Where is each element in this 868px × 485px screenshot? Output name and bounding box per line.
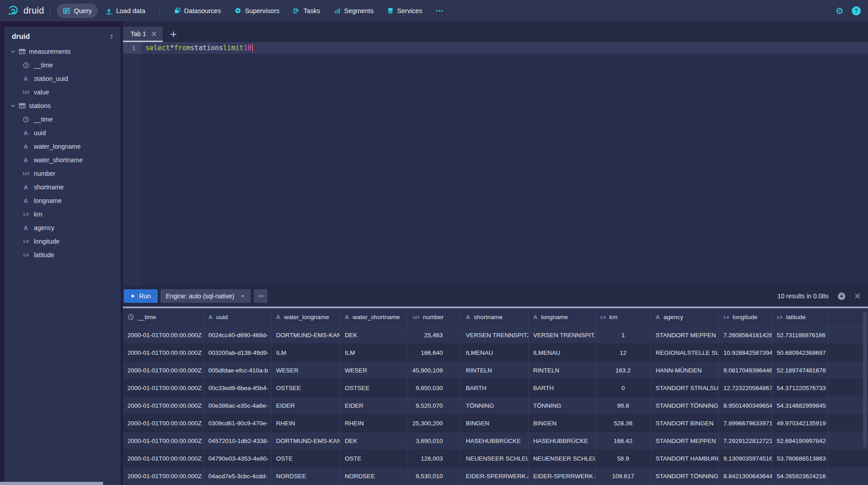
cell-longname[interactable]: EIDER-SPERRWERK AP bbox=[529, 467, 596, 485]
cell-latitude[interactable]: 52.694190997842 bbox=[772, 432, 828, 449]
nav-item-tasks[interactable]: Tasks bbox=[287, 4, 326, 18]
cell-time[interactable]: 2000-01-01T00:00:00.000Z bbox=[123, 449, 204, 467]
tree-column-time[interactable]: __time bbox=[5, 113, 121, 126]
vertical-scrollbar[interactable] bbox=[863, 312, 867, 447]
column-header-longname[interactable]: A longname bbox=[529, 308, 596, 326]
cell-agency[interactable]: STANDORT TÖNNING bbox=[651, 396, 719, 414]
cell-shortname[interactable]: ILMENAU bbox=[461, 344, 529, 361]
cell-water-longname[interactable]: DORTMUND-EMS-KANAL bbox=[272, 432, 340, 449]
cell-time[interactable]: 2000-01-01T00:00:00.000Z bbox=[123, 414, 204, 432]
cell-number[interactable]: 25,300,200 bbox=[408, 414, 461, 432]
cell-shortname[interactable]: VERSEN TRENNSPITZE bbox=[461, 326, 529, 344]
cell-water-shortname[interactable]: WESER bbox=[340, 361, 408, 379]
cell-shortname[interactable]: NEUENSEER SCHLEUS bbox=[461, 449, 529, 467]
cell-agency[interactable]: STANDORT BINGEN bbox=[651, 414, 719, 432]
tree-column-uuid[interactable]: A uuid bbox=[5, 126, 121, 140]
cell-shortname[interactable]: HASEHUBBRÜCKE bbox=[461, 432, 529, 449]
nav-item-datasources[interactable]: Datasources bbox=[168, 4, 227, 18]
cell-uuid[interactable]: 0309cd61-90c9-470e- bbox=[204, 414, 272, 432]
horizontal-scrollbar[interactable] bbox=[0, 482, 103, 485]
cell-uuid[interactable]: 0024cc40-d690-468d- bbox=[204, 326, 272, 344]
cell-latitude[interactable]: 52.189747481678 bbox=[772, 361, 828, 379]
cell-water-shortname[interactable]: DEK bbox=[340, 326, 408, 344]
gear-icon[interactable]: ⚙ bbox=[835, 6, 844, 15]
column-header-uuid[interactable]: A uuid bbox=[204, 308, 272, 326]
cell-time[interactable]: 2000-01-01T00:00:00.000Z bbox=[123, 361, 204, 379]
cell-uuid[interactable]: 04572010-1db2-4338- bbox=[204, 432, 272, 449]
cell-uuid[interactable]: 003200ab-d138-49d9- bbox=[204, 344, 272, 361]
cell-water-longname[interactable]: RHEIN bbox=[272, 414, 340, 432]
cell-longname[interactable]: NEUENSEER SCHLEUS bbox=[529, 449, 596, 467]
cell-agency[interactable]: STANDORT TÖNNING bbox=[651, 467, 719, 485]
tree-column-number[interactable]: 123 number bbox=[5, 167, 121, 180]
nav-item-segments[interactable]: Segments bbox=[328, 4, 380, 18]
cell-longname[interactable]: BINGEN bbox=[529, 414, 596, 432]
cell-longname[interactable]: TÖNNING bbox=[529, 396, 596, 414]
cell-agency[interactable]: STANDORT MEPPEN bbox=[651, 432, 719, 449]
cell-water-longname[interactable]: DORTMUND-EMS-KANAL bbox=[272, 326, 340, 344]
cell-shortname[interactable]: TÖNNING bbox=[461, 396, 529, 414]
cell-number[interactable]: 9,650,030 bbox=[408, 379, 461, 396]
cell-number[interactable]: 9,530,010 bbox=[408, 467, 461, 485]
cell-agency[interactable]: STANDORT STRALSUN bbox=[651, 379, 719, 396]
column-header-water-shortname[interactable]: A water_shortname bbox=[340, 308, 408, 326]
close-results-icon[interactable] bbox=[854, 293, 861, 299]
cell-shortname[interactable]: BARTH bbox=[461, 379, 529, 396]
query-more-button[interactable] bbox=[254, 289, 267, 303]
tree-column-water-longname[interactable]: A water_longname bbox=[5, 140, 121, 153]
nav-item-load-data[interactable]: Load data bbox=[99, 4, 151, 18]
cell-longitude[interactable]: 12.723220564867 bbox=[719, 379, 772, 396]
cell-number[interactable]: 166,640 bbox=[408, 344, 461, 361]
column-header-km[interactable]: 1.0 km bbox=[596, 308, 651, 326]
cell-shortname[interactable]: RINTELN bbox=[461, 361, 529, 379]
cell-water-longname[interactable]: WESER bbox=[272, 361, 340, 379]
download-results-icon[interactable] bbox=[837, 292, 846, 301]
tree-node-stations[interactable]: stations bbox=[5, 99, 121, 113]
cell-longname[interactable]: HASEHUBBRÜCKE bbox=[529, 432, 596, 449]
cell-water-shortname[interactable]: NORDSEE bbox=[340, 467, 408, 485]
cell-longitude[interactable]: 7.2929122812721 bbox=[719, 432, 772, 449]
engine-select[interactable]: Engine: auto (sql-native) bbox=[160, 289, 251, 303]
run-button[interactable]: Run bbox=[124, 289, 158, 303]
column-header-shortname[interactable]: A shortname bbox=[461, 308, 529, 326]
cell-number[interactable]: 45,900,109 bbox=[408, 361, 461, 379]
nav-item-supervisors[interactable]: Supervisors bbox=[229, 4, 286, 18]
cell-latitude[interactable]: 49.970342135919 bbox=[772, 414, 828, 432]
cell-km[interactable]: 12 bbox=[596, 344, 651, 361]
cell-latitude[interactable]: 53.780686513863 bbox=[772, 449, 828, 467]
tree-column-latitude[interactable]: 1.0 latitude bbox=[5, 248, 121, 262]
cell-longname[interactable]: RINTELN bbox=[529, 361, 596, 379]
column-header-longitude[interactable]: 1.0 longitude bbox=[719, 308, 772, 326]
cell-number[interactable]: 25,463 bbox=[408, 326, 461, 344]
cell-time[interactable]: 2000-01-01T00:00:00.000Z bbox=[123, 344, 204, 361]
cell-latitude[interactable]: 54.265923624216 bbox=[772, 467, 828, 485]
cell-time[interactable]: 2000-01-01T00:00:00.000Z bbox=[123, 467, 204, 485]
tree-column-station-uuid[interactable]: A station_uuid bbox=[5, 72, 121, 85]
cell-longitude[interactable]: 9.0817049396446 bbox=[719, 361, 772, 379]
cell-agency[interactable]: REGIONALSTELLE SUH bbox=[651, 344, 719, 361]
cell-longitude[interactable]: 10.928842587394 bbox=[719, 344, 772, 361]
cell-uuid[interactable]: 04790e03-4353-4e80- bbox=[204, 449, 272, 467]
cell-uuid[interactable]: 04acd7e5-3cbc-4cdd- bbox=[204, 467, 272, 485]
tree-column-time[interactable]: __time bbox=[5, 58, 121, 72]
help-icon[interactable]: ? bbox=[852, 6, 861, 15]
cell-agency[interactable]: STANDORT HAMBURG bbox=[651, 449, 719, 467]
cell-km[interactable]: 1 bbox=[596, 326, 651, 344]
cell-water-longname[interactable]: EIDER bbox=[272, 396, 340, 414]
cell-longitude[interactable]: 7.8996679633971 bbox=[719, 414, 772, 432]
tree-column-longname[interactable]: A longname bbox=[5, 194, 121, 207]
nav-item-services[interactable]: Services bbox=[381, 4, 428, 18]
cell-longname[interactable]: ILMENAU bbox=[529, 344, 596, 361]
cell-number[interactable]: 9,520,070 bbox=[408, 396, 461, 414]
cell-uuid[interactable]: 005dfdae-efcc-410a-b bbox=[204, 361, 272, 379]
cell-longitude[interactable]: 9.1309035974516 bbox=[719, 449, 772, 467]
cell-latitude[interactable]: 52.731186976186 bbox=[772, 326, 828, 344]
tree-node-measurements[interactable]: measurements bbox=[5, 45, 121, 58]
nav-item-more[interactable] bbox=[430, 4, 449, 18]
sql-code-area[interactable]: select * from stations limit 10 bbox=[141, 42, 868, 286]
cell-number[interactable]: 3,690,010 bbox=[408, 432, 461, 449]
cell-water-shortname[interactable]: EIDER bbox=[340, 396, 408, 414]
tree-column-agency[interactable]: A agency bbox=[5, 221, 121, 235]
cell-latitude[interactable]: 50.680942368697 bbox=[772, 344, 828, 361]
cell-uuid[interactable]: 00c33ed9-6bea-45b4- bbox=[204, 379, 272, 396]
